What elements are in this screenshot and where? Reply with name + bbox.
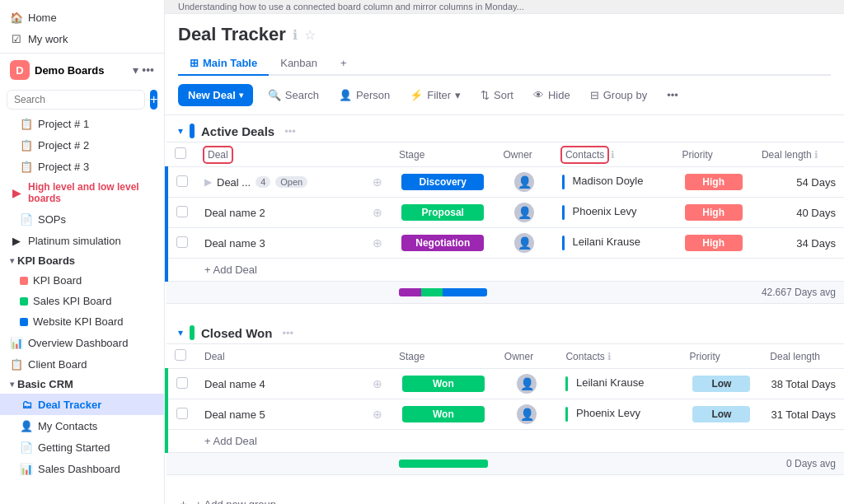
add-icon[interactable]: ⊕ [373,377,382,390]
hide-icon: 👁 [533,89,544,101]
add-icon[interactable]: ⊕ [373,236,382,250]
home-icon: 🏠 [10,11,23,24]
group-chevron-icon[interactable]: ▾ [178,327,183,338]
sidebar-item-getting-started[interactable]: 📄 Getting Started [0,436,164,458]
sidebar-item-sales-dashboard[interactable]: 📊 Sales Dashboard [0,458,164,479]
info-icon[interactable]: ℹ [293,27,298,43]
row-contacts-1: Madison Doyle [554,167,674,198]
row-add-2[interactable]: ⊕ [361,198,391,228]
active-deals-group-name: Active Deals [201,124,274,138]
sidebar-item-home[interactable]: 🏠 Home [0,7,164,28]
sidebar-item-deal-tracker[interactable]: 🗂 Deal Tracker [0,394,164,415]
sidebar-item-client[interactable]: 📋 Client Board [0,353,164,375]
row-checkbox[interactable] [176,206,188,217]
row-check-4[interactable] [166,369,196,399]
summary-avg-cw: 0 Days avg [762,453,844,475]
sidebar-group-basic-crm[interactable]: ▾ Basic CRM [0,375,164,394]
plus-icon: ＋ [178,497,189,504]
group-color-bar [190,325,195,340]
workspace-actions[interactable]: ▾ ••• [133,63,154,77]
header-checkbox[interactable] [175,349,186,361]
sidebar-item-project2[interactable]: 📋 Project # 2 [0,134,164,156]
sidebar-item-sales-kpi[interactable]: Sales KPI Board [0,291,164,311]
more-options-icon[interactable]: ••• [142,63,154,77]
top-bar: Understanding how to use a connected boa… [165,0,844,14]
row-checkbox[interactable] [176,175,188,187]
group-chevron-icon[interactable]: ▾ [178,125,183,137]
new-deal-button[interactable]: New Deal ▾ [178,84,253,106]
person-action[interactable]: 👤 Person [334,86,395,105]
row-check-2[interactable] [166,198,196,228]
row-stage-2: Proposal [391,198,495,228]
row-checkbox[interactable] [176,236,188,248]
length-info-icon[interactable]: ℹ [814,149,818,161]
row-expand-icon[interactable]: ▶ [204,176,212,188]
row-check-5[interactable] [166,399,196,430]
add-icon[interactable]: ⊕ [373,175,382,189]
sidebar-item-kpi-board[interactable]: KPI Board [0,270,164,291]
row-checkbox[interactable] [176,408,188,419]
sidebar-item-mywork[interactable]: ☑ My work [0,28,164,49]
doc-icon: 📄 [20,212,33,226]
header-checkbox[interactable] [175,147,186,159]
sidebar-item-my-contacts[interactable]: 👤 My Contacts [0,415,164,436]
col-header-check [166,344,196,369]
content-area: ▾ Active Deals ••• Deal Stage Owner [165,115,844,504]
sort-action[interactable]: ⇅ Sort [476,86,518,105]
add-icon[interactable]: ⊕ [373,206,382,219]
stage-badge: Negotiation [401,235,484,251]
sidebar-item-overview[interactable]: 📊 Overview Dashboard [0,332,164,353]
row-check-3[interactable] [166,228,196,259]
row-check-1[interactable] [166,167,196,198]
col-header-deal-length: Deal length [762,344,844,369]
contacts-info-icon[interactable]: ℹ [611,149,615,161]
tab-kanban[interactable]: Kanban [269,52,329,76]
contacts-info-icon[interactable]: ℹ [607,351,612,362]
filter-action[interactable]: ⚡ Filter ▾ [405,86,466,105]
won-summary-bar [399,460,488,468]
more-options-button[interactable]: ••• [662,86,683,105]
chevron-right-icon[interactable]: ▶ [10,234,23,247]
hide-action[interactable]: 👁 Hide [528,86,575,105]
bar-discovery [443,288,486,296]
row-checkbox[interactable] [176,377,188,389]
board-icon: 🗂 [20,398,33,411]
row-contacts-3: Leilani Krause [554,228,674,259]
sidebar-item-website-kpi[interactable]: Website KPI Board [0,311,164,332]
arrow-right-icon: ▶ [10,186,23,199]
row-add-1[interactable]: ⊕ [361,167,391,198]
add-board-button[interactable]: + [150,90,157,110]
add-icon[interactable]: ⊕ [373,408,382,421]
add-new-group-button[interactable]: ＋ + Add new group [165,488,844,504]
chevron-down-icon[interactable]: ▾ [133,63,138,77]
col-header-deal: Deal [196,142,361,167]
row-add-3[interactable]: ⊕ [361,228,391,259]
add-deal-btn-cw[interactable]: + Add Deal [196,430,844,453]
col-header-contacts: Contacts ℹ [557,344,681,369]
sidebar-item-project3[interactable]: 📋 Project # 3 [0,156,164,177]
sidebar-group-kpi[interactable]: ▾ KPI Boards [0,251,164,270]
more-icon[interactable]: ••• [284,125,296,138]
tab-add[interactable]: + [329,52,359,76]
table-row: Deal name 4 ⊕ Won 👤 Leilani Krause [166,369,844,399]
group-by-action[interactable]: ⊟ Group by [585,86,652,105]
sidebar-item-sops[interactable]: 📄 SOPs [0,208,164,230]
more-icon[interactable]: ••• [282,327,293,339]
tab-main-table[interactable]: ⊞ Main Table [178,52,269,76]
search-action[interactable]: 🔍 Search [263,86,324,105]
sidebar-item-platinum[interactable]: ▶ Platinum simulation [0,230,164,251]
stage-badge: Won [402,376,485,392]
row-length-2: 40 Days [753,198,844,228]
board-icon: 📋 [20,138,33,152]
sidebar-item-project1[interactable]: 📋 Project # 1 [0,113,164,134]
contacts-column-header: Contacts [562,147,607,162]
sidebar-item-highlight[interactable]: ▶ High level and low level boards [0,177,164,208]
dashboard-icon: 📊 [10,336,23,349]
star-icon[interactable]: ☆ [304,27,316,43]
add-deal-btn[interactable]: + Add Deal [196,259,844,282]
table-row: ▶ Deal ... 4 Open ⊕ Discovery 👤 [166,167,844,198]
closed-won-section: ▾ Closed Won ••• Deal Stage Owner Contac… [165,317,844,475]
search-input[interactable] [7,90,145,110]
row-add-4[interactable]: ⊕ [361,369,391,399]
row-add-5[interactable]: ⊕ [361,399,391,430]
